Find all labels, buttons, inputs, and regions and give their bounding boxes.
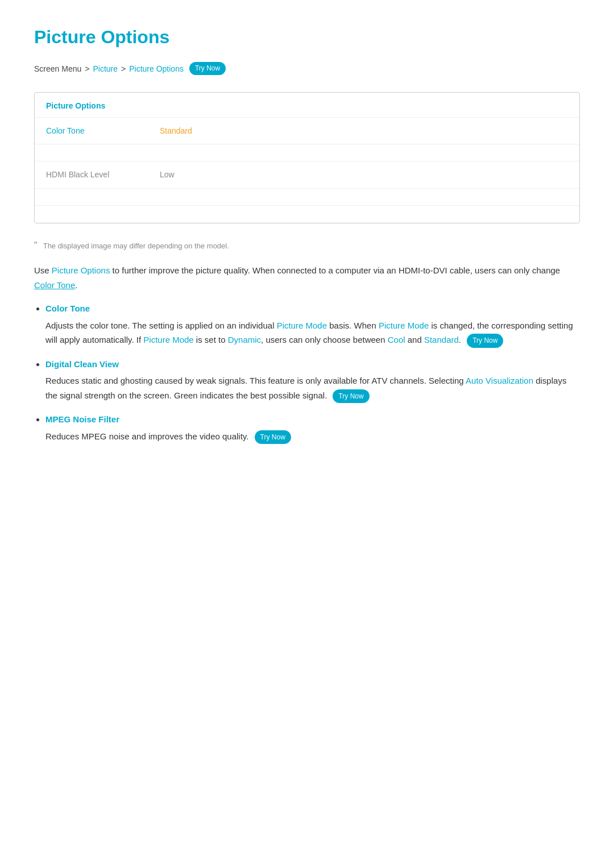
- settings-row-spacer-3: [35, 206, 579, 223]
- dcv-text-1: Reduces static and ghosting caused by we…: [45, 376, 466, 385]
- bullet-body-mpeg-noise-filter: Reduces MPEG noise and improves the vide…: [45, 429, 580, 444]
- color-tone-text-5: , users can only choose between: [261, 335, 388, 344]
- try-now-badge-mpeg[interactable]: Try Now: [255, 430, 291, 444]
- settings-label-hdmi-black-level: HDMI Black Level: [46, 168, 160, 181]
- intro-text-before: Use: [34, 265, 52, 275]
- standard-link[interactable]: Standard: [424, 335, 459, 344]
- intro-text-after: .: [75, 280, 77, 290]
- breadcrumb-link-picture[interactable]: Picture: [93, 63, 118, 75]
- bullet-list: Color Tone Adjusts the color tone. The s…: [45, 301, 580, 444]
- mpeg-text-1: Reduces MPEG noise and improves the vide…: [45, 431, 251, 441]
- settings-row-hdmi-black-level[interactable]: HDMI Black Level Low: [35, 161, 579, 188]
- color-tone-text-1: Adjusts the color tone. The setting is a…: [45, 321, 277, 330]
- bullet-item-digital-clean-view: Digital Clean View Reduces static and gh…: [45, 357, 580, 403]
- color-tone-text-4: is set to: [194, 335, 228, 344]
- settings-box: Picture Options Color Tone Standard HDMI…: [34, 92, 580, 223]
- try-now-badge-dcv[interactable]: Try Now: [333, 389, 369, 403]
- picture-mode-link-3[interactable]: Picture Mode: [143, 335, 193, 344]
- breadcrumb-link-picture-options[interactable]: Picture Options: [129, 63, 184, 75]
- settings-row-spacer: [35, 144, 579, 161]
- intro-text-middle: to further improve the picture quality. …: [110, 265, 560, 275]
- cool-link[interactable]: Cool: [388, 335, 405, 344]
- note-quote-icon: ": [34, 241, 38, 250]
- intro-link-picture-options[interactable]: Picture Options: [52, 265, 110, 275]
- bullet-body-digital-clean-view: Reduces static and ghosting caused by we…: [45, 373, 580, 403]
- settings-value-hdmi-black-level: Low: [160, 168, 175, 181]
- intro-paragraph: Use Picture Options to further improve t…: [34, 263, 580, 292]
- color-tone-text-7: .: [459, 335, 463, 344]
- picture-mode-link-2[interactable]: Picture Mode: [379, 321, 429, 330]
- breadcrumb-sep-2: >: [121, 63, 126, 75]
- breadcrumb-sep-1: >: [85, 63, 89, 75]
- settings-label-color-tone: Color Tone: [46, 124, 160, 137]
- bullet-title-digital-clean-view[interactable]: Digital Clean View: [45, 359, 119, 369]
- settings-header: Picture Options: [35, 93, 579, 117]
- auto-visualization-link[interactable]: Auto Visualization: [466, 376, 533, 385]
- dynamic-link[interactable]: Dynamic: [228, 335, 261, 344]
- picture-mode-link-1[interactable]: Picture Mode: [277, 321, 327, 330]
- color-tone-text-6: and: [405, 335, 424, 344]
- try-now-badge-color-tone[interactable]: Try Now: [467, 334, 503, 347]
- bullet-body-color-tone: Adjusts the color tone. The setting is a…: [45, 318, 580, 348]
- note-text: The displayed image may differ depending…: [43, 240, 229, 252]
- bullet-item-mpeg-noise-filter: MPEG Noise Filter Reduces MPEG noise and…: [45, 412, 580, 444]
- page-title: Picture Options: [34, 23, 580, 52]
- breadcrumb: Screen Menu > Picture > Picture Options …: [34, 62, 580, 75]
- bullet-title-color-tone[interactable]: Color Tone: [45, 304, 90, 313]
- settings-row-color-tone[interactable]: Color Tone Standard: [35, 118, 579, 144]
- try-now-badge-breadcrumb[interactable]: Try Now: [189, 62, 226, 75]
- content-section: Use Picture Options to further improve t…: [34, 263, 580, 444]
- settings-row-spacer-2: [35, 189, 579, 206]
- note-section: " The displayed image may differ dependi…: [34, 240, 580, 252]
- intro-link-color-tone[interactable]: Color Tone: [34, 280, 75, 290]
- color-tone-text-2: basis. When: [327, 321, 379, 330]
- bullet-title-mpeg-noise-filter[interactable]: MPEG Noise Filter: [45, 414, 119, 424]
- settings-value-color-tone: Standard: [160, 124, 192, 137]
- bullet-item-color-tone: Color Tone Adjusts the color tone. The s…: [45, 301, 580, 347]
- breadcrumb-screen-menu: Screen Menu: [34, 63, 81, 75]
